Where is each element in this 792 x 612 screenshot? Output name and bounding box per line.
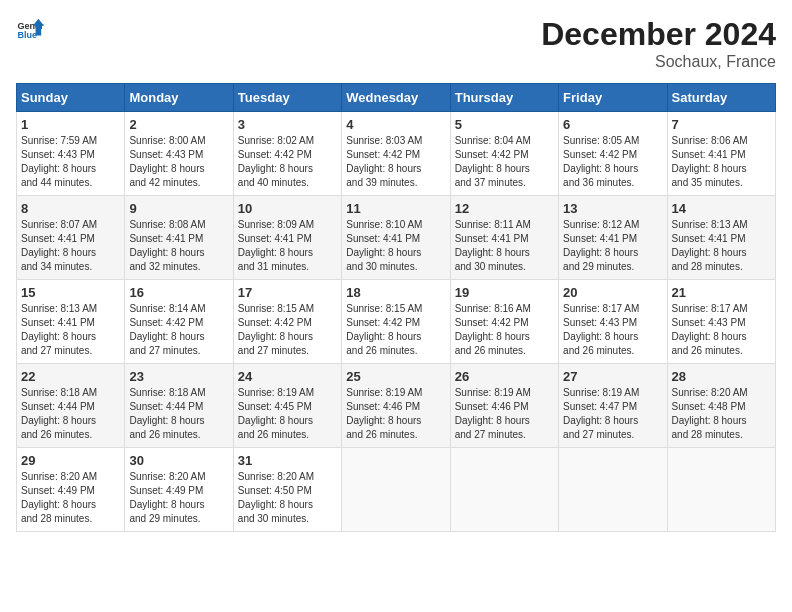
day-number: 31: [238, 453, 337, 468]
day-number: 10: [238, 201, 337, 216]
calendar-cell: 10 Sunrise: 8:09 AMSunset: 4:41 PMDaylig…: [233, 196, 341, 280]
cell-info: Sunrise: 8:04 AMSunset: 4:42 PMDaylight:…: [455, 134, 554, 190]
cell-info: Sunrise: 8:12 AMSunset: 4:41 PMDaylight:…: [563, 218, 662, 274]
day-number: 1: [21, 117, 120, 132]
calendar-cell: [342, 448, 450, 532]
day-number: 13: [563, 201, 662, 216]
week-row-1: 1 Sunrise: 7:59 AMSunset: 4:43 PMDayligh…: [17, 112, 776, 196]
calendar-cell: 20 Sunrise: 8:17 AMSunset: 4:43 PMDaylig…: [559, 280, 667, 364]
page-header: General Blue December 2024 Sochaux, Fran…: [16, 16, 776, 71]
calendar-cell: 11 Sunrise: 8:10 AMSunset: 4:41 PMDaylig…: [342, 196, 450, 280]
day-number: 20: [563, 285, 662, 300]
day-number: 28: [672, 369, 771, 384]
week-row-4: 22 Sunrise: 8:18 AMSunset: 4:44 PMDaylig…: [17, 364, 776, 448]
header-wednesday: Wednesday: [342, 84, 450, 112]
calendar-cell: 2 Sunrise: 8:00 AMSunset: 4:43 PMDayligh…: [125, 112, 233, 196]
calendar-cell: 24 Sunrise: 8:19 AMSunset: 4:45 PMDaylig…: [233, 364, 341, 448]
header-friday: Friday: [559, 84, 667, 112]
day-number: 7: [672, 117, 771, 132]
cell-info: Sunrise: 8:15 AMSunset: 4:42 PMDaylight:…: [238, 302, 337, 358]
day-number: 18: [346, 285, 445, 300]
day-number: 6: [563, 117, 662, 132]
logo-icon: General Blue: [16, 16, 44, 44]
day-number: 29: [21, 453, 120, 468]
day-number: 8: [21, 201, 120, 216]
calendar-cell: 3 Sunrise: 8:02 AMSunset: 4:42 PMDayligh…: [233, 112, 341, 196]
cell-info: Sunrise: 8:20 AMSunset: 4:49 PMDaylight:…: [21, 470, 120, 526]
day-number: 17: [238, 285, 337, 300]
calendar-cell: 26 Sunrise: 8:19 AMSunset: 4:46 PMDaylig…: [450, 364, 558, 448]
day-number: 23: [129, 369, 228, 384]
week-row-2: 8 Sunrise: 8:07 AMSunset: 4:41 PMDayligh…: [17, 196, 776, 280]
calendar-cell: 7 Sunrise: 8:06 AMSunset: 4:41 PMDayligh…: [667, 112, 775, 196]
calendar-cell: [667, 448, 775, 532]
day-number: 22: [21, 369, 120, 384]
day-number: 24: [238, 369, 337, 384]
cell-info: Sunrise: 8:20 AMSunset: 4:49 PMDaylight:…: [129, 470, 228, 526]
header-monday: Monday: [125, 84, 233, 112]
calendar-cell: 23 Sunrise: 8:18 AMSunset: 4:44 PMDaylig…: [125, 364, 233, 448]
cell-info: Sunrise: 8:07 AMSunset: 4:41 PMDaylight:…: [21, 218, 120, 274]
calendar-cell: 30 Sunrise: 8:20 AMSunset: 4:49 PMDaylig…: [125, 448, 233, 532]
calendar-cell: 4 Sunrise: 8:03 AMSunset: 4:42 PMDayligh…: [342, 112, 450, 196]
day-number: 21: [672, 285, 771, 300]
day-number: 16: [129, 285, 228, 300]
cell-info: Sunrise: 8:09 AMSunset: 4:41 PMDaylight:…: [238, 218, 337, 274]
calendar-cell: 28 Sunrise: 8:20 AMSunset: 4:48 PMDaylig…: [667, 364, 775, 448]
cell-info: Sunrise: 8:05 AMSunset: 4:42 PMDaylight:…: [563, 134, 662, 190]
day-number: 2: [129, 117, 228, 132]
cell-info: Sunrise: 8:14 AMSunset: 4:42 PMDaylight:…: [129, 302, 228, 358]
header-tuesday: Tuesday: [233, 84, 341, 112]
cell-info: Sunrise: 8:17 AMSunset: 4:43 PMDaylight:…: [672, 302, 771, 358]
calendar-cell: 18 Sunrise: 8:15 AMSunset: 4:42 PMDaylig…: [342, 280, 450, 364]
day-number: 9: [129, 201, 228, 216]
cell-info: Sunrise: 8:20 AMSunset: 4:48 PMDaylight:…: [672, 386, 771, 442]
day-number: 19: [455, 285, 554, 300]
header-saturday: Saturday: [667, 84, 775, 112]
cell-info: Sunrise: 8:11 AMSunset: 4:41 PMDaylight:…: [455, 218, 554, 274]
week-row-5: 29 Sunrise: 8:20 AMSunset: 4:49 PMDaylig…: [17, 448, 776, 532]
calendar-cell: 12 Sunrise: 8:11 AMSunset: 4:41 PMDaylig…: [450, 196, 558, 280]
page-title: December 2024: [541, 16, 776, 53]
calendar-cell: [450, 448, 558, 532]
day-number: 5: [455, 117, 554, 132]
cell-info: Sunrise: 8:03 AMSunset: 4:42 PMDaylight:…: [346, 134, 445, 190]
cell-info: Sunrise: 8:00 AMSunset: 4:43 PMDaylight:…: [129, 134, 228, 190]
calendar-cell: 1 Sunrise: 7:59 AMSunset: 4:43 PMDayligh…: [17, 112, 125, 196]
day-number: 15: [21, 285, 120, 300]
calendar-cell: 29 Sunrise: 8:20 AMSunset: 4:49 PMDaylig…: [17, 448, 125, 532]
calendar-cell: 27 Sunrise: 8:19 AMSunset: 4:47 PMDaylig…: [559, 364, 667, 448]
calendar-cell: 14 Sunrise: 8:13 AMSunset: 4:41 PMDaylig…: [667, 196, 775, 280]
calendar-cell: 13 Sunrise: 8:12 AMSunset: 4:41 PMDaylig…: [559, 196, 667, 280]
cell-info: Sunrise: 8:19 AMSunset: 4:45 PMDaylight:…: [238, 386, 337, 442]
calendar-cell: [559, 448, 667, 532]
cell-info: Sunrise: 8:20 AMSunset: 4:50 PMDaylight:…: [238, 470, 337, 526]
week-row-3: 15 Sunrise: 8:13 AMSunset: 4:41 PMDaylig…: [17, 280, 776, 364]
cell-info: Sunrise: 8:19 AMSunset: 4:46 PMDaylight:…: [346, 386, 445, 442]
calendar-cell: 5 Sunrise: 8:04 AMSunset: 4:42 PMDayligh…: [450, 112, 558, 196]
title-block: December 2024 Sochaux, France: [541, 16, 776, 71]
calendar-cell: 19 Sunrise: 8:16 AMSunset: 4:42 PMDaylig…: [450, 280, 558, 364]
calendar-cell: 8 Sunrise: 8:07 AMSunset: 4:41 PMDayligh…: [17, 196, 125, 280]
svg-text:Blue: Blue: [17, 30, 37, 40]
cell-info: Sunrise: 8:10 AMSunset: 4:41 PMDaylight:…: [346, 218, 445, 274]
calendar-cell: 16 Sunrise: 8:14 AMSunset: 4:42 PMDaylig…: [125, 280, 233, 364]
calendar-cell: 17 Sunrise: 8:15 AMSunset: 4:42 PMDaylig…: [233, 280, 341, 364]
calendar-cell: 9 Sunrise: 8:08 AMSunset: 4:41 PMDayligh…: [125, 196, 233, 280]
day-number: 27: [563, 369, 662, 384]
day-number: 25: [346, 369, 445, 384]
cell-info: Sunrise: 8:17 AMSunset: 4:43 PMDaylight:…: [563, 302, 662, 358]
calendar-cell: 6 Sunrise: 8:05 AMSunset: 4:42 PMDayligh…: [559, 112, 667, 196]
calendar-table: SundayMondayTuesdayWednesdayThursdayFrid…: [16, 83, 776, 532]
calendar-cell: 25 Sunrise: 8:19 AMSunset: 4:46 PMDaylig…: [342, 364, 450, 448]
header-sunday: Sunday: [17, 84, 125, 112]
day-number: 3: [238, 117, 337, 132]
calendar-cell: 22 Sunrise: 8:18 AMSunset: 4:44 PMDaylig…: [17, 364, 125, 448]
day-number: 4: [346, 117, 445, 132]
calendar-cell: 15 Sunrise: 8:13 AMSunset: 4:41 PMDaylig…: [17, 280, 125, 364]
calendar-header-row: SundayMondayTuesdayWednesdayThursdayFrid…: [17, 84, 776, 112]
page-subtitle: Sochaux, France: [541, 53, 776, 71]
cell-info: Sunrise: 8:18 AMSunset: 4:44 PMDaylight:…: [129, 386, 228, 442]
day-number: 30: [129, 453, 228, 468]
cell-info: Sunrise: 8:15 AMSunset: 4:42 PMDaylight:…: [346, 302, 445, 358]
